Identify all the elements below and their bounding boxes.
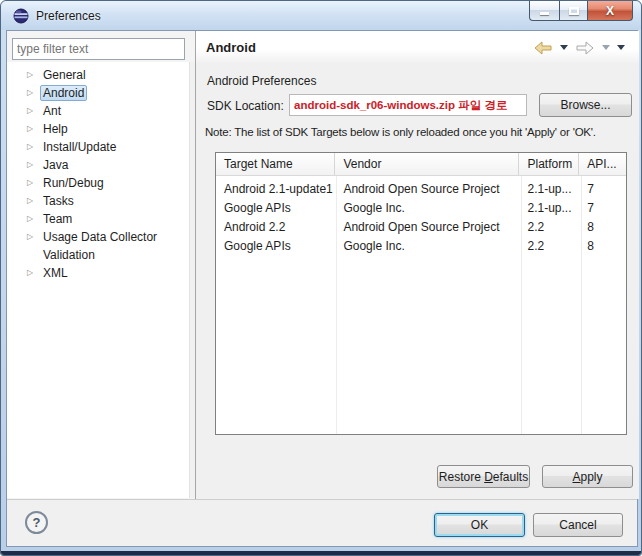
filter-input[interactable] xyxy=(12,38,185,60)
tree-item-ant[interactable]: ▷ Ant xyxy=(7,102,189,120)
preferences-dialog: ▷ General ▷ Android ▷ Ant ▷ Help ▷ Insta… xyxy=(6,30,638,547)
expand-icon[interactable]: ▷ xyxy=(27,66,40,84)
forward-arrow-icon[interactable] xyxy=(575,41,595,55)
column-header-api[interactable]: API... xyxy=(579,153,626,175)
tree-item-validation[interactable]: ▷ Validation xyxy=(7,246,189,264)
expand-icon[interactable]: ▷ xyxy=(27,102,40,120)
back-arrow-icon[interactable] xyxy=(533,41,553,55)
expand-icon[interactable]: ▷ xyxy=(27,156,40,174)
view-menu-icon[interactable] xyxy=(617,45,625,50)
browse-button[interactable]: Browse... xyxy=(539,93,632,117)
column-header-vendor[interactable]: Vendor xyxy=(335,153,519,175)
expand-icon[interactable]: ▷ xyxy=(27,264,40,282)
nav-cluster xyxy=(533,41,629,55)
window-controls: X xyxy=(529,1,633,21)
apply-button[interactable]: Apply xyxy=(542,465,633,488)
content-panel: Android Android Preferences SDK Location… xyxy=(196,31,639,499)
tree-item-general[interactable]: ▷ General xyxy=(7,66,189,84)
tree-item-run-debug[interactable]: ▷ Run/Debug xyxy=(7,174,189,192)
table-body: Android 2.1-update1 Android Open Source … xyxy=(216,179,626,255)
preferences-window: Preferences X ▷ General ▷ Android ▷ Ant xyxy=(0,0,642,556)
window-bottom-edge xyxy=(1,551,641,555)
sidebar: ▷ General ▷ Android ▷ Ant ▷ Help ▷ Insta… xyxy=(7,31,195,499)
dialog-footer: ? OK Cancel xyxy=(7,499,637,546)
ok-button[interactable]: OK xyxy=(434,513,525,537)
expand-icon[interactable]: ▷ xyxy=(27,210,40,228)
table-row[interactable]: Android 2.2 Android Open Source Project … xyxy=(216,217,626,236)
sdk-location-label: SDK Location: xyxy=(207,99,284,113)
minimize-button[interactable] xyxy=(529,1,559,21)
tree-item-install-update[interactable]: ▷ Install/Update xyxy=(7,138,189,156)
titlebar[interactable]: Preferences X xyxy=(1,1,641,30)
help-button[interactable]: ? xyxy=(25,511,48,534)
close-icon: X xyxy=(606,5,614,17)
table-row[interactable]: Google APIs Google Inc. 2.1-up... 7 xyxy=(216,198,626,217)
cancel-button[interactable]: Cancel xyxy=(533,513,623,537)
minimize-icon xyxy=(540,12,549,15)
forward-history-dropdown-icon[interactable] xyxy=(602,45,610,50)
eclipse-icon xyxy=(13,8,29,24)
close-button[interactable]: X xyxy=(588,1,633,21)
preferences-tree: ▷ General ▷ Android ▷ Ant ▷ Help ▷ Insta… xyxy=(7,62,189,498)
sdk-targets-table: Target Name Vendor Platform API... Andro… xyxy=(215,152,627,435)
question-icon: ? xyxy=(33,515,41,530)
expand-icon[interactable]: ▷ xyxy=(27,192,40,210)
expand-icon[interactable]: ▷ xyxy=(27,228,40,246)
content-header: Android xyxy=(196,31,639,64)
tree-item-android[interactable]: ▷ Android xyxy=(7,84,189,102)
tree-item-help[interactable]: ▷ Help xyxy=(7,120,189,138)
tree-item-xml[interactable]: ▷ XML xyxy=(7,264,189,282)
maximize-button[interactable] xyxy=(559,1,588,21)
expand-icon[interactable]: ▷ xyxy=(27,84,40,102)
sdk-location-input[interactable] xyxy=(289,94,527,116)
table-row[interactable]: Google APIs Google Inc. 2.2 8 xyxy=(216,236,626,255)
tree-item-java[interactable]: ▷ Java xyxy=(7,156,189,174)
page-title: Android xyxy=(206,40,256,55)
note-text: Note: The list of SDK Targets below is o… xyxy=(205,126,596,138)
tree-item-team[interactable]: ▷ Team xyxy=(7,210,189,228)
restore-defaults-button[interactable]: Restore Defaults xyxy=(437,465,530,488)
column-header-platform[interactable]: Platform xyxy=(519,153,579,175)
expand-icon[interactable]: ▷ xyxy=(27,138,40,156)
expand-icon[interactable]: ▷ xyxy=(27,120,40,138)
table-header: Target Name Vendor Platform API... xyxy=(216,153,626,176)
window-title: Preferences xyxy=(36,9,101,23)
section-label: Android Preferences xyxy=(207,74,316,88)
tree-item-usage-data-collector[interactable]: ▷ Usage Data Collector xyxy=(7,228,189,246)
column-header-target-name[interactable]: Target Name xyxy=(216,153,335,175)
table-row[interactable]: Android 2.1-update1 Android Open Source … xyxy=(216,179,626,198)
expand-icon[interactable]: ▷ xyxy=(27,174,40,192)
back-history-dropdown-icon[interactable] xyxy=(560,45,568,50)
maximize-icon xyxy=(569,7,579,15)
tree-item-tasks[interactable]: ▷ Tasks xyxy=(7,192,189,210)
